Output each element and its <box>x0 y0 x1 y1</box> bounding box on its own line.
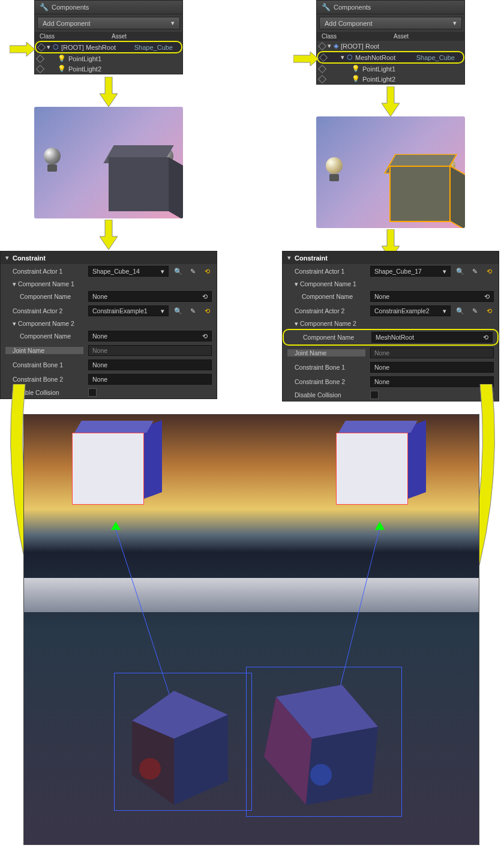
components-panel-right: 🔧 Components Add Component▾ ClassAsset ▾… <box>316 0 465 85</box>
bone1-field[interactable]: None <box>370 362 494 373</box>
panel-header: 🔧 Components <box>317 1 464 14</box>
tree-row-mesh[interactable]: ▾ ⬡ MeshNotRoot Shape_Cube <box>317 51 464 64</box>
dropdown-icon: ▾ <box>453 19 457 27</box>
prop-label: Constraint Bone 2 <box>5 376 83 383</box>
pointer-arrow-right-icon <box>293 52 319 66</box>
reset-icon[interactable]: ⟲ <box>484 306 494 316</box>
expand-icon: ▾ <box>5 254 9 262</box>
arrow-down-icon <box>100 77 118 107</box>
prop-label[interactable]: ▾ Component Name 2 <box>5 320 83 327</box>
prop-label[interactable]: ▾ Component Name 1 <box>287 280 365 287</box>
diamond-icon <box>37 43 46 51</box>
fallen-cube-left <box>126 685 252 811</box>
lightbulb-gizmo-icon <box>40 148 64 178</box>
tree-row-root[interactable]: ▾ ◈ [ROOT] Root <box>317 41 464 51</box>
jointname-field[interactable]: None <box>370 347 494 358</box>
scene-icon: ◈ <box>334 42 338 50</box>
diamond-icon <box>319 53 328 61</box>
prop-label: Constraint Actor 1 <box>287 268 365 275</box>
components-panel-left: 🔧 Components Add Component▾ ClassAsset ▾… <box>34 0 183 74</box>
viewport-preview-right <box>316 116 465 228</box>
tree-row-light2[interactable]: 💡 PointLight2 <box>35 64 182 74</box>
bulb-icon: 💡 <box>58 55 66 62</box>
expand-icon[interactable]: ▾ <box>47 43 50 51</box>
constraint-panel-left: ▾Constraint Constraint Actor 1Shape_Cube… <box>0 251 217 399</box>
actor1-field[interactable]: Shape_Cube_14▾ <box>88 266 169 277</box>
arrow-down-icon <box>100 220 118 250</box>
compname2-field[interactable]: None⟲ <box>88 331 212 341</box>
tree-headers: ClassAsset <box>35 32 182 41</box>
svg-point-9 <box>310 764 332 786</box>
prop-label: Component Name <box>287 293 365 300</box>
prop-label: Joint Name <box>287 349 365 356</box>
pointer-arrow-left-icon <box>10 42 35 56</box>
prop-label: Component Name <box>5 293 83 300</box>
panel-header: 🔧 Components <box>35 1 182 14</box>
reset-icon[interactable]: ⟲ <box>202 306 212 316</box>
prop-label: Component Name <box>289 334 367 341</box>
prop-label: Constraint Actor 1 <box>5 268 83 275</box>
bulb-icon: 💡 <box>58 65 66 73</box>
compname1-field[interactable]: None⟲ <box>88 291 212 302</box>
prop-label: Constraint Bone 1 <box>5 361 83 368</box>
search-icon[interactable]: 🔍 <box>455 306 465 316</box>
tree-row-root[interactable]: ▾ ⬡ [ROOT] MeshRoot Shape_Cube <box>35 41 182 53</box>
bulb-icon: 💡 <box>352 75 360 83</box>
search-icon[interactable]: 🔍 <box>173 306 183 316</box>
diamond-icon <box>318 64 326 73</box>
constraint-panel-right: ▾Constraint Constraint Actor 1Shape_Cube… <box>282 251 499 401</box>
actor1-field[interactable]: Shape_Cube_17▾ <box>370 266 451 277</box>
tree-row-light1[interactable]: 💡 PointLight1 <box>317 64 464 74</box>
add-component-button[interactable]: Add Component▾ <box>37 17 180 29</box>
diamond-icon <box>36 64 44 73</box>
jointname-field[interactable]: None <box>88 345 212 356</box>
actor2-field[interactable]: ConstrainExample1▾ <box>88 305 169 316</box>
eyedropper-icon[interactable]: ✎ <box>470 306 479 316</box>
eyedropper-icon[interactable]: ✎ <box>188 266 197 276</box>
wrench-icon: 🔧 <box>40 3 48 11</box>
bone2-field[interactable]: None <box>88 374 212 385</box>
prop-label: Constraint Actor 2 <box>287 307 365 314</box>
panel-title: Components <box>52 4 89 11</box>
expand-icon[interactable]: ▾ <box>341 53 344 61</box>
arrow-down-icon <box>382 86 400 116</box>
bulb-icon: 💡 <box>352 65 360 73</box>
section-header[interactable]: ▾Constraint <box>283 251 499 264</box>
eyedropper-icon[interactable]: ✎ <box>470 266 479 276</box>
hanging-cube-right <box>336 433 420 517</box>
fallen-cube-right <box>252 679 390 817</box>
diamond-icon <box>318 74 326 83</box>
mesh-icon: ⬡ <box>53 43 59 51</box>
hanging-cube-left <box>72 433 156 517</box>
reset-icon[interactable]: ⟲ <box>484 266 494 276</box>
eyedropper-icon[interactable]: ✎ <box>188 306 197 316</box>
prop-label[interactable]: ▾ Component Name 1 <box>5 280 83 287</box>
simulation-viewport[interactable] <box>23 414 479 845</box>
viewport-preview-left <box>34 107 183 218</box>
bone1-field[interactable]: None <box>88 359 212 370</box>
search-icon[interactable]: 🔍 <box>455 266 465 276</box>
actor2-field[interactable]: ConstrainExample2▾ <box>370 305 451 316</box>
prop-label[interactable]: ▾ Component Name 2 <box>287 320 365 327</box>
search-icon[interactable]: 🔍 <box>173 266 183 276</box>
tree-headers: ClassAsset <box>317 32 464 41</box>
expand-icon: ▾ <box>287 254 291 262</box>
prop-label: Constraint Bone 1 <box>287 364 365 371</box>
expand-icon[interactable]: ▾ <box>328 42 331 50</box>
compname2-field[interactable]: MeshNotRoot⟲ <box>371 332 493 343</box>
tree-row-light2[interactable]: 💡 PointLight2 <box>317 74 464 84</box>
dropdown-icon: ▾ <box>171 19 175 27</box>
wrench-icon: 🔧 <box>322 3 330 11</box>
reset-icon[interactable]: ⟲ <box>202 266 212 276</box>
diamond-icon <box>318 41 326 50</box>
lightbulb-gizmo-icon <box>322 157 346 187</box>
mesh-icon: ⬡ <box>347 53 353 61</box>
add-component-button[interactable]: Add Component▾ <box>319 17 462 29</box>
prop-label: Joint Name <box>5 347 83 354</box>
section-header[interactable]: ▾Constraint <box>1 251 217 264</box>
svg-point-4 <box>139 758 161 780</box>
tree-row-light1[interactable]: 💡 PointLight1 <box>35 53 182 64</box>
floor-mesh <box>24 578 479 612</box>
compname1-field[interactable]: None⟲ <box>370 291 494 302</box>
prop-label: Component Name <box>5 332 83 340</box>
